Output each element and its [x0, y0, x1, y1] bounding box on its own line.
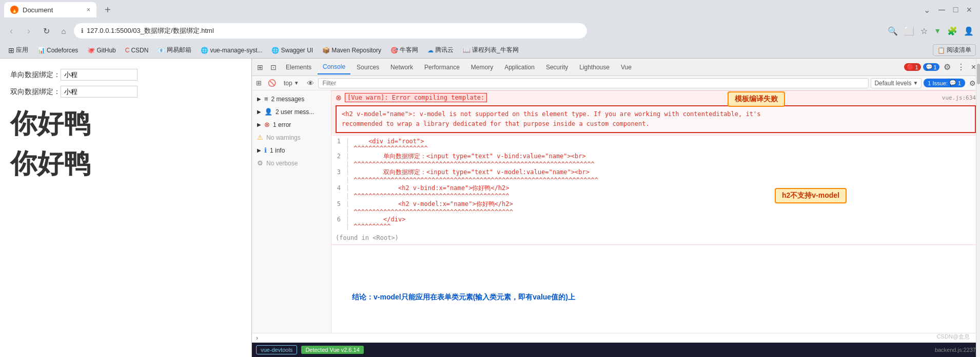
- expand-arrow[interactable]: ›: [252, 333, 980, 343]
- swagger-bookmark[interactable]: 🌐 Swagger UI: [267, 46, 317, 55]
- tab-vue[interactable]: Vue: [616, 61, 637, 74]
- window-close-button[interactable]: ×: [966, 5, 972, 15]
- vue-devtools-badge: vue-devtools: [256, 345, 297, 354]
- console-main: ⊗ [Vue warn]: Error compiling template: …: [331, 90, 980, 333]
- code-line-1: 1 | <div id="root"> | ^^^^^^^^^^^^^^^^^^…: [331, 138, 980, 152]
- issue-icon: 💬: [949, 80, 956, 86]
- line-num-3: 3: [336, 168, 346, 176]
- apps-bookmark[interactable]: ⊞ 应用: [4, 45, 32, 55]
- tab-network[interactable]: Network: [385, 61, 418, 74]
- sidebar-item-user-messages[interactable]: ▶ 👤 2 user mess...: [252, 105, 331, 118]
- error-location[interactable]: vue.js:634: [942, 95, 976, 101]
- console-toolbar: ⊞ 🚫 top ▼ 👁 Default levels ▼ 1 Issue: 💬 …: [252, 76, 980, 90]
- sidebar-item-verbose[interactable]: ⚙ No verbose: [252, 157, 331, 170]
- tab-console[interactable]: Console: [318, 60, 350, 74]
- sidebar-item-warnings[interactable]: ⚠ No warnings: [252, 131, 331, 144]
- vue-label: vue-manage-syst...: [210, 47, 262, 54]
- sidebar-item-error[interactable]: ▶ ⊗ 1 error: [252, 118, 331, 131]
- csdn-bookmark[interactable]: C CSDN: [121, 46, 153, 55]
- tab-active[interactable]: 🔥 Document ×: [4, 2, 96, 17]
- one-way-input[interactable]: [61, 69, 138, 81]
- tab-favicon: 🔥: [10, 6, 18, 14]
- minimize-button[interactable]: ─: [938, 5, 945, 15]
- tab-close-icon[interactable]: ×: [87, 6, 90, 13]
- error-header-row: ⊗ [Vue warn]: Error compiling template: …: [331, 91, 980, 104]
- profile-icon[interactable]: 👤: [962, 24, 976, 38]
- line-code-2: 单向数据绑定：<input type="text" v-bind:value="…: [354, 152, 585, 161]
- block-icon[interactable]: 🚫: [266, 78, 278, 88]
- url-bar[interactable]: ℹ 127.0.0.1:5500/03_数据绑定/数据绑定.html: [74, 23, 587, 39]
- verbose-icon: ⚙: [257, 159, 263, 167]
- github-label: GitHub: [96, 47, 115, 54]
- course-bookmark[interactable]: 📖 课程列表_牛客网: [459, 45, 523, 55]
- codeforces-bookmark[interactable]: 📊 Codeforces: [33, 46, 82, 55]
- niuke-label: 牛客网: [400, 46, 418, 54]
- niuke-bookmark[interactable]: 🎯 牛客网: [386, 45, 422, 55]
- line-code-6: </div>: [354, 216, 405, 223]
- tab-memory[interactable]: Memory: [466, 61, 498, 74]
- tab-security[interactable]: Security: [541, 61, 573, 74]
- expand-icon: ▶: [257, 96, 261, 102]
- tab-elements[interactable]: Elements: [281, 61, 317, 74]
- messages-label: 2 messages: [271, 96, 305, 103]
- tab-title: Document: [23, 6, 83, 14]
- extensions-icon[interactable]: ⬜: [902, 24, 916, 38]
- code-line-4: 4 | <h2 v-bind:x="name">你好鸭</h2> | ^^^^^…: [331, 184, 980, 200]
- chevron-down-icon[interactable]: ⌄: [924, 5, 930, 15]
- new-tab-button[interactable]: +: [101, 3, 115, 17]
- tencent-label: 腾讯云: [435, 46, 454, 54]
- issue-badge[interactable]: 1 Issue: 💬 1: [924, 79, 965, 87]
- back-button[interactable]: ‹: [4, 24, 18, 38]
- devtools-inspect-icon[interactable]: ⊡: [267, 61, 280, 73]
- squiggly-5: ^^^^^^^^^^^^^^^^^^^^^^^^^^^^^^^^^^^^^^^^…: [354, 209, 513, 216]
- code-view: 1 | <div id="root"> | ^^^^^^^^^^^^^^^^^^…: [331, 135, 980, 232]
- swagger-label: Swagger UI: [281, 47, 313, 54]
- console-panel-icon[interactable]: ⊞: [254, 78, 264, 88]
- tab-sources[interactable]: Sources: [351, 61, 384, 74]
- course-label: 课程列表_牛客网: [472, 46, 519, 54]
- two-way-label: 双向数据绑定：: [10, 87, 61, 97]
- eye-icon[interactable]: 👁: [305, 78, 316, 88]
- error-x-icon: ⊗: [336, 93, 342, 102]
- right-scrollbar[interactable]: [976, 59, 980, 357]
- top-dropdown[interactable]: top ▼: [280, 78, 303, 88]
- devtools-panel-icon[interactable]: ⊞: [254, 61, 266, 73]
- issue-count: 1 Issue:: [928, 80, 948, 86]
- sidebar-item-messages[interactable]: ▶ ≡ 2 messages: [252, 92, 331, 105]
- line-sep-5: |: [346, 200, 354, 208]
- vue-ext-icon[interactable]: ▼: [932, 25, 943, 37]
- tab-lighthouse[interactable]: Lighthouse: [574, 61, 615, 74]
- cf-label: Codeforces: [47, 47, 78, 54]
- user-icon: 👤: [264, 108, 272, 116]
- apps-label: 应用: [16, 46, 28, 54]
- tab-application[interactable]: Application: [499, 61, 540, 74]
- dt-right-icons: 🔴1 💬1 ⚙ ⋮ ×: [904, 61, 978, 73]
- annotation-conclusion: 结论：v-model只能应用在表单类元素(输入类元素，即有value值的)上: [352, 293, 975, 302]
- vue-bookmark[interactable]: 🌐 vue-manage-syst...: [197, 46, 266, 55]
- annotation-h2-no-model: h2不支持v-model: [775, 188, 847, 203]
- github-bookmark[interactable]: 🐙 GitHub: [83, 46, 120, 55]
- bookmark-star-icon[interactable]: ☆: [918, 24, 930, 38]
- tencent-bookmark[interactable]: ☁ 腾讯云: [423, 45, 458, 55]
- home-button[interactable]: ⌂: [56, 24, 71, 38]
- mail-label: 网易邮箱: [167, 46, 191, 54]
- mail-bookmark[interactable]: 📧 网易邮箱: [153, 45, 195, 55]
- tab-performance[interactable]: Performance: [419, 61, 465, 74]
- main-content: 单向数据绑定： 双向数据绑定： 你好鸭 你好鸭 ⊞ ⊡ Elements Con…: [0, 59, 980, 357]
- filter-input[interactable]: [318, 78, 869, 88]
- puzzle-icon[interactable]: 🧩: [945, 24, 959, 38]
- level-dropdown[interactable]: Default levels ▼: [871, 78, 922, 88]
- maximize-button[interactable]: □: [953, 5, 958, 14]
- found-in: (found in <Root>): [331, 232, 980, 245]
- sidebar-item-info[interactable]: ▶ ℹ 1 info: [252, 144, 331, 157]
- backend-location[interactable]: backend.js:2237: [935, 347, 976, 353]
- reading-list-bookmark[interactable]: 📋 阅读清单: [933, 44, 976, 56]
- url-text[interactable]: 127.0.0.1:5500/03_数据绑定/数据绑定.html: [87, 26, 214, 35]
- maven-bookmark[interactable]: 📦 Maven Repository: [318, 46, 385, 55]
- refresh-button[interactable]: ↻: [39, 24, 53, 38]
- more-icon[interactable]: ⋮: [955, 61, 967, 73]
- settings-icon[interactable]: ⚙: [942, 61, 953, 73]
- forward-button[interactable]: ›: [22, 24, 36, 38]
- search-icon[interactable]: 🔍: [886, 24, 900, 38]
- two-way-input[interactable]: [61, 86, 138, 98]
